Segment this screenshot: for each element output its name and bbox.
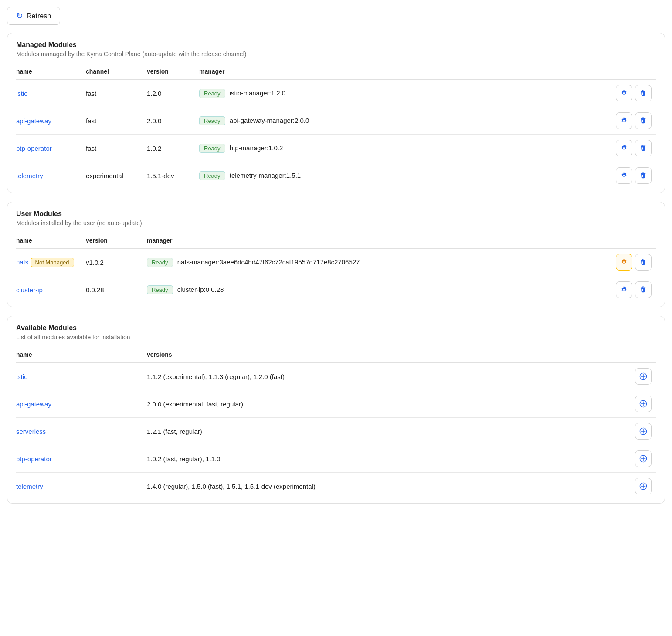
module-name-link[interactable]: btp-operator xyxy=(16,145,52,152)
table-row: telemetry 1.4.0 (regular), 1.5.0 (fast),… xyxy=(16,473,656,500)
module-manager: Ready telemetry-manager:1.5.1 xyxy=(199,162,612,189)
module-actions xyxy=(612,276,656,304)
module-version: 2.0.0 xyxy=(147,107,199,135)
table-row: telemetry experimental 1.5.1-dev Ready t… xyxy=(16,162,656,189)
module-name: nats Not Managed xyxy=(16,249,86,276)
col-header-version: version xyxy=(147,64,199,80)
module-name-link[interactable]: cluster-ip xyxy=(16,286,43,294)
delete-button[interactable] xyxy=(635,140,652,156)
configure-button[interactable] xyxy=(616,281,632,298)
refresh-button[interactable]: ↻ Refresh xyxy=(7,7,60,25)
add-module-button[interactable] xyxy=(635,368,652,385)
configure-button[interactable] xyxy=(616,140,632,156)
configure-button[interactable] xyxy=(616,167,632,184)
add-module-button[interactable] xyxy=(635,478,652,494)
module-manager: Ready nats-manager:3aee6dc4bd47f62c72caf… xyxy=(147,249,612,276)
status-badge: Ready xyxy=(147,285,173,294)
managed-modules-subtitle: Modules managed by the Kyma Control Plan… xyxy=(16,51,656,58)
add-module-button[interactable] xyxy=(635,396,652,412)
user-col-header-version: version xyxy=(86,233,147,249)
avail-col-header-name: name xyxy=(16,348,147,363)
col-header-channel: channel xyxy=(86,64,147,80)
module-actions xyxy=(630,418,656,445)
status-badge: Ready xyxy=(199,89,225,98)
module-actions xyxy=(612,80,656,107)
delete-button[interactable] xyxy=(635,167,652,184)
configure-button[interactable] xyxy=(616,112,632,129)
add-module-button[interactable] xyxy=(635,423,652,440)
user-modules-title: User Modules xyxy=(16,210,656,218)
module-actions xyxy=(612,107,656,135)
managed-modules-title: Managed Modules xyxy=(16,41,656,49)
module-name-link[interactable]: nats xyxy=(16,258,28,266)
available-modules-table: name versions istio 1.1.2 (experimental)… xyxy=(16,348,656,500)
module-manager: Ready cluster-ip:0.0.28 xyxy=(147,276,612,304)
table-row: btp-operator fast 1.0.2 Ready btp-manage… xyxy=(16,135,656,162)
module-name: api-gateway xyxy=(16,107,86,135)
delete-button[interactable] xyxy=(635,281,652,298)
delete-button[interactable] xyxy=(635,85,652,101)
module-name-link[interactable]: api-gateway xyxy=(16,117,51,125)
table-row: api-gateway fast 2.0.0 Ready api-gateway… xyxy=(16,107,656,135)
delete-button[interactable] xyxy=(635,112,652,129)
module-name: istio xyxy=(16,80,86,107)
module-name: serverless xyxy=(16,418,147,445)
module-manager: Ready api-gateway-manager:2.0.0 xyxy=(199,107,612,135)
module-actions xyxy=(612,162,656,189)
module-actions xyxy=(630,363,656,390)
module-name-link[interactable]: api-gateway xyxy=(16,400,51,408)
user-col-header-manager: manager xyxy=(147,233,612,249)
managed-modules-section: Managed Modules Modules managed by the K… xyxy=(7,33,665,193)
module-name-link[interactable]: istio xyxy=(16,90,28,97)
configure-button[interactable] xyxy=(616,254,632,271)
table-row: serverless 1.2.1 (fast, regular) xyxy=(16,418,656,445)
module-name-link[interactable]: telemetry xyxy=(16,483,43,490)
user-modules-subtitle: Modules installed by the user (no auto-u… xyxy=(16,220,656,227)
available-modules-title: Available Modules xyxy=(16,324,656,332)
module-version: v1.0.2 xyxy=(86,249,147,276)
module-name-link[interactable]: serverless xyxy=(16,428,46,435)
table-row: api-gateway 2.0.0 (experimental, fast, r… xyxy=(16,390,656,418)
user-modules-section: User Modules Modules installed by the us… xyxy=(7,202,665,307)
module-name: cluster-ip xyxy=(16,276,86,304)
module-channel: fast xyxy=(86,80,147,107)
module-name: istio xyxy=(16,363,147,390)
module-version: 1.5.1-dev xyxy=(147,162,199,189)
module-versions: 1.1.2 (experimental), 1.1.3 (regular), 1… xyxy=(147,363,630,390)
module-actions xyxy=(612,249,656,276)
module-version: 1.2.0 xyxy=(147,80,199,107)
module-name-link[interactable]: istio xyxy=(16,373,28,380)
delete-button[interactable] xyxy=(635,254,652,271)
col-header-manager: manager xyxy=(199,64,612,80)
status-badge: Ready xyxy=(199,144,225,153)
available-modules-subtitle: List of all modules available for instal… xyxy=(16,334,656,341)
module-manager: Ready istio-manager:1.2.0 xyxy=(199,80,612,107)
user-modules-table: name version manager nats Not Managed v1… xyxy=(16,233,656,303)
module-versions: 1.0.2 (fast, regular), 1.1.0 xyxy=(147,445,630,473)
configure-button[interactable] xyxy=(616,85,632,101)
module-name: telemetry xyxy=(16,162,86,189)
table-row: istio fast 1.2.0 Ready istio-manager:1.2… xyxy=(16,80,656,107)
add-module-button[interactable] xyxy=(635,450,652,467)
module-actions xyxy=(612,135,656,162)
user-col-header-actions xyxy=(612,233,656,249)
module-name: api-gateway xyxy=(16,390,147,418)
table-row: btp-operator 1.0.2 (fast, regular), 1.1.… xyxy=(16,445,656,473)
avail-col-header-versions: versions xyxy=(147,348,630,363)
table-row: nats Not Managed v1.0.2 Ready nats-manag… xyxy=(16,249,656,276)
module-manager: Ready btp-manager:1.0.2 xyxy=(199,135,612,162)
module-channel: fast xyxy=(86,107,147,135)
module-name-link[interactable]: btp-operator xyxy=(16,455,52,463)
managed-modules-table: name channel version manager istio fast … xyxy=(16,64,656,189)
module-version: 0.0.28 xyxy=(86,276,147,304)
avail-col-header-actions xyxy=(630,348,656,363)
status-badge: Ready xyxy=(147,258,173,267)
module-actions xyxy=(630,390,656,418)
module-name-link[interactable]: telemetry xyxy=(16,172,43,179)
module-name: btp-operator xyxy=(16,445,147,473)
module-actions xyxy=(630,473,656,500)
module-name: telemetry xyxy=(16,473,147,500)
table-row: istio 1.1.2 (experimental), 1.1.3 (regul… xyxy=(16,363,656,390)
available-modules-section: Available Modules List of all modules av… xyxy=(7,316,665,504)
col-header-name: name xyxy=(16,64,86,80)
